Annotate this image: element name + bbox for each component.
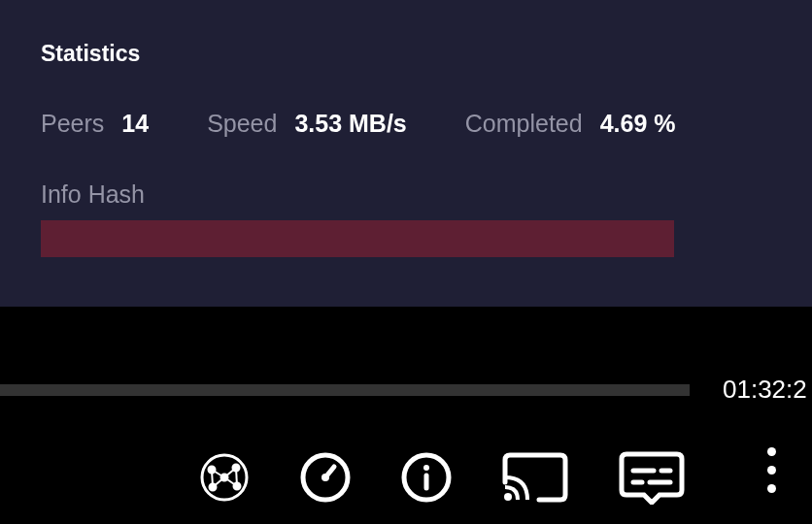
player-area: 01:32:2 xyxy=(0,307,812,524)
subtitles-button[interactable] xyxy=(619,452,685,503)
speed-stat: Speed 3.53 MB/s xyxy=(207,110,407,138)
statistics-panel: Statistics Peers 14 Speed 3.53 MB/s Comp… xyxy=(0,0,812,307)
info-hash-value[interactable] xyxy=(41,220,674,257)
svg-line-7 xyxy=(224,468,236,477)
subtitles-icon xyxy=(619,451,685,505)
completed-label: Completed xyxy=(465,110,583,138)
more-vertical-icon xyxy=(767,447,776,456)
progress-bar-container: 01:32:2 xyxy=(0,375,812,405)
speed-label: Speed xyxy=(207,110,277,138)
cast-button[interactable] xyxy=(502,452,568,503)
network-button[interactable] xyxy=(199,452,250,503)
info-button[interactable] xyxy=(401,452,452,503)
speedometer-icon xyxy=(300,452,351,503)
statistics-row: Peers 14 Speed 3.53 MB/s Completed 4.69 … xyxy=(41,110,771,138)
svg-line-10 xyxy=(212,470,213,487)
statistics-title: Statistics xyxy=(41,41,771,67)
svg-line-11 xyxy=(236,468,237,486)
svg-line-8 xyxy=(213,477,224,487)
info-hash-label: Info Hash xyxy=(41,180,771,209)
control-bar xyxy=(199,452,685,503)
progress-bar[interactable] xyxy=(0,384,690,396)
svg-line-9 xyxy=(224,477,237,486)
peers-stat: Peers 14 xyxy=(41,110,149,138)
peers-label: Peers xyxy=(41,110,104,138)
peers-value: 14 xyxy=(121,110,149,138)
svg-point-14 xyxy=(321,474,329,481)
speed-button[interactable] xyxy=(300,452,351,503)
svg-point-16 xyxy=(423,465,429,471)
speed-value: 3.53 MB/s xyxy=(294,110,406,138)
time-display: 01:32:2 xyxy=(723,375,807,405)
globe-icon xyxy=(199,452,250,503)
cast-icon xyxy=(502,452,568,503)
completed-stat: Completed 4.69 % xyxy=(465,110,676,138)
info-icon xyxy=(401,452,452,503)
more-options-button[interactable] xyxy=(752,444,791,495)
svg-point-18 xyxy=(504,493,512,501)
completed-value: 4.69 % xyxy=(600,110,676,138)
